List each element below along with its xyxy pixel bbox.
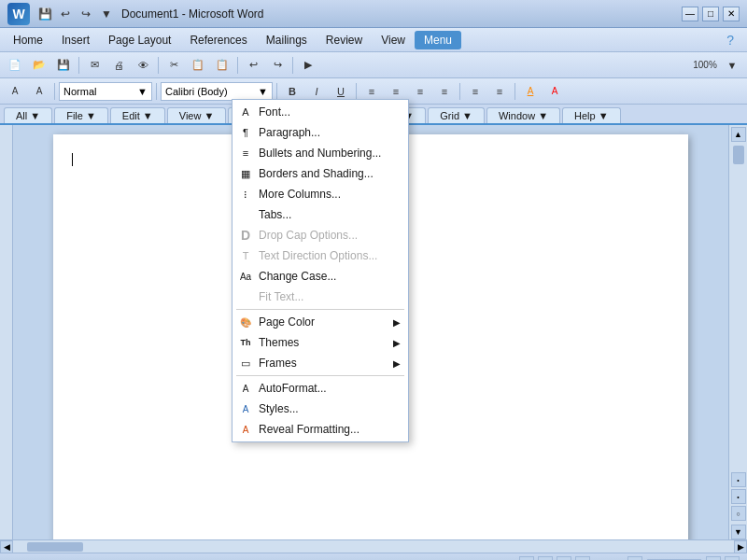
frames-arrow: ▶ [393,358,401,369]
menu-frames-label: Frames [259,357,297,370]
sep10 [514,83,515,100]
font-color-btn[interactable]: A [543,81,566,102]
layout-btn2[interactable]: ▤ [538,556,553,561]
right-scrollbar: ▲ • • ○ ▼ [728,125,747,539]
scroll-left-btn[interactable]: ◀ [0,540,13,553]
menu-themes[interactable]: Th Themes ▶ [233,332,408,353]
scroll-dot2-btn[interactable]: • [731,489,746,504]
new-btn[interactable]: 📄 [4,55,26,76]
preview-btn[interactable]: 👁 [132,55,154,76]
window-title: Document1 - Microsoft Word [121,7,264,21]
align-right-btn[interactable]: ≡ [409,81,431,102]
toolbar-row-1: 📄 📂 💾 ✉ 🖨 👁 ✂ 📋 📋 ↩ ↪ ▶ 100% ▼ [0,52,747,78]
tab-help[interactable]: Help ▼ [562,107,621,123]
menu-styles-label: Styles... [259,402,299,415]
menu-font-label: Font... [259,105,290,119]
menu-review[interactable]: Review [317,31,372,49]
autoformat-icon: A [236,379,255,398]
menu-frames[interactable]: ▭ Frames ▶ [233,353,408,373]
minimize-button[interactable]: — [682,7,698,21]
zoom-in-btn[interactable]: + [706,556,721,561]
sep7 [276,83,277,100]
change-case-icon: Aa [236,267,255,286]
close-button[interactable]: ✕ [723,7,740,21]
zoom-menu-btn[interactable]: ▼ [721,55,743,76]
align-justify-btn[interactable]: ≡ [433,81,456,102]
cut-btn[interactable]: ✂ [162,55,185,76]
menu-columns-label: More Columns... [259,188,341,201]
style-value: Normal [63,86,96,97]
save-quick-btn[interactable]: 💾 [35,5,54,23]
menu-font[interactable]: A Font... [233,102,408,122]
page-color-icon: 🎨 [236,313,255,331]
tab-file[interactable]: File ▼ [54,107,108,123]
help-icon-btn[interactable]: ? [717,30,743,50]
customize-quick-btn[interactable]: ▼ [97,5,116,23]
email-btn[interactable]: ✉ [83,55,106,76]
menu-change-case[interactable]: Aa Change Case... [233,266,408,287]
redo-btn[interactable]: ↪ [266,55,289,76]
menu-text-direction-label: Text Direction Options... [259,249,377,262]
undo-btn[interactable]: ↩ [242,55,264,76]
menu-fit-text: Fit Text... [233,287,408,307]
scroll-down-btn[interactable]: ▼ [731,525,746,539]
menu-mailings[interactable]: Mailings [257,31,317,49]
menu-bullets-numbering[interactable]: ≡ Bullets and Numbering... [233,143,408,163]
scroll-dot3-btn[interactable]: ○ [731,506,746,521]
text-cursor [72,153,73,166]
highlight-btn[interactable]: A [519,81,542,102]
font-size-btn[interactable]: A [28,81,50,102]
redo-quick-btn[interactable]: ↪ [77,5,95,23]
menu-paragraph[interactable]: ¶ Paragraph... [233,122,408,143]
undo-quick-btn[interactable]: ↩ [56,5,75,23]
menu-tabs[interactable]: Tabs... [233,204,408,225]
menu-references[interactable]: References [180,31,256,49]
bullets-icon: ≡ [236,144,255,162]
columns-icon: ⫶ [236,185,255,203]
menu-home[interactable]: Home [4,31,52,49]
zoom-100-btn[interactable]: 100% [691,55,719,76]
paste-btn[interactable]: 📋 [211,55,233,76]
menu-view[interactable]: View [372,31,415,49]
menu-page-color[interactable]: 🎨 Page Color ▶ [233,312,408,332]
save-btn[interactable]: 💾 [52,55,75,76]
font-selector[interactable]: Calibri (Body) ▼ [161,82,273,101]
layout-btn4[interactable]: ▣ [575,556,590,561]
layout-btn1[interactable]: ▦ [519,556,534,561]
more-btn[interactable]: ▶ [297,55,319,76]
zoom-out-btn[interactable]: − [627,556,642,561]
maximize-button[interactable]: □ [702,7,719,21]
print-btn[interactable]: 🖨 [107,55,130,76]
menu-styles[interactable]: A Styles... [233,399,408,419]
numbering-btn[interactable]: ≡ [488,81,511,102]
menu-reveal-formatting-label: Reveal Formatting... [259,423,359,436]
open-btn[interactable]: 📂 [28,55,50,76]
tab-view[interactable]: View ▼ [167,107,227,123]
style-dropdown-icon: ▼ [137,86,148,97]
menu-autoformat[interactable]: A AutoFormat... [233,378,408,399]
menu-borders-shading[interactable]: ▦ Borders and Shading... [233,163,408,184]
tab-grid[interactable]: Grid ▼ [428,107,485,123]
menu-tabs-label: Tabs... [259,208,291,221]
reveal-formatting-icon: A [236,420,255,439]
scroll-up-btn[interactable]: ▲ [731,127,746,142]
menu-menu[interactable]: Menu [415,31,461,49]
tab-all[interactable]: All ▼ [4,107,52,123]
menu-page-layout[interactable]: Page Layout [99,31,180,49]
menu-drop-cap-label: Drop Cap Options... [259,229,358,242]
style-selector[interactable]: Normal ▼ [59,82,152,101]
menu-themes-label: Themes [259,336,299,349]
menu-reveal-formatting[interactable]: A Reveal Formatting... [233,419,408,440]
menu-insert[interactable]: Insert [52,31,99,49]
menu-columns[interactable]: ⫶ More Columns... [233,184,408,204]
bullets-btn[interactable]: ≡ [464,81,486,102]
tab-edit[interactable]: Edit ▼ [110,107,165,123]
tab-window[interactable]: Window ▼ [486,107,560,123]
scroll-right-btn[interactable]: ▶ [734,540,747,553]
copy-btn[interactable]: 📋 [187,55,209,76]
drop-cap-icon: D [236,226,255,245]
scroll-dot1-btn[interactable]: • [731,472,746,487]
layout-btn3[interactable]: ▥ [557,556,571,561]
font-color-a-btn[interactable]: A [4,81,26,102]
shield-btn[interactable]: 🛡 [725,556,740,561]
